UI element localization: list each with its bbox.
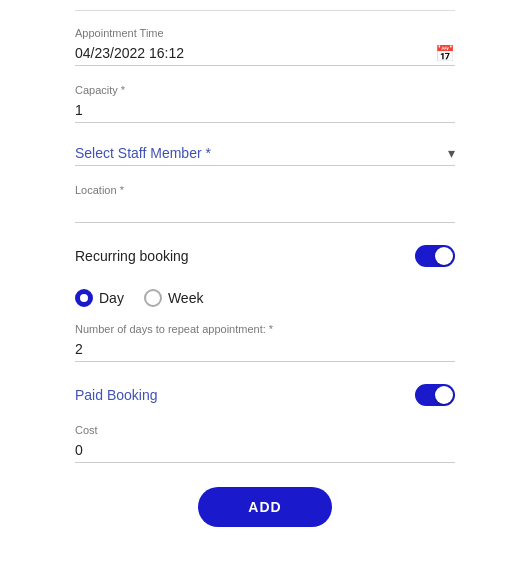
staff-member-select[interactable]: Select Staff Member *: [75, 145, 448, 161]
day-radio-circle: [75, 289, 93, 307]
calendar-icon[interactable]: 📅: [435, 44, 455, 63]
add-button[interactable]: ADD: [198, 487, 331, 527]
recurrence-radio-group: Day Week: [75, 285, 455, 311]
staff-member-select-container: Select Staff Member * ▾: [75, 141, 455, 166]
cost-input[interactable]: [75, 438, 455, 463]
day-radio-label: Day: [99, 290, 124, 306]
recurring-booking-toggle[interactable]: [415, 245, 455, 267]
form-container: Appointment Time 📅 Capacity * Select Sta…: [55, 0, 475, 568]
week-radio-option[interactable]: Week: [144, 289, 204, 307]
cost-label: Cost: [75, 424, 455, 436]
paid-booking-row: Paid Booking: [75, 380, 455, 410]
location-label: Location *: [75, 184, 455, 196]
chevron-down-icon: ▾: [448, 145, 455, 161]
appointment-time-field-wrapper: 📅: [75, 41, 455, 66]
location-input[interactable]: [75, 198, 455, 223]
top-divider: [75, 10, 455, 11]
repeat-days-group: Number of days to repeat appointment: *: [75, 323, 455, 362]
toggle-track: [415, 245, 455, 267]
recurring-booking-label: Recurring booking: [75, 248, 189, 264]
location-group: Location *: [75, 184, 455, 223]
appointment-time-label: Appointment Time: [75, 27, 455, 39]
paid-toggle-thumb: [435, 386, 453, 404]
capacity-label: Capacity *: [75, 84, 455, 96]
repeat-days-input[interactable]: [75, 337, 455, 362]
week-radio-circle: [144, 289, 162, 307]
repeat-days-label: Number of days to repeat appointment: *: [75, 323, 455, 335]
appointment-time-input[interactable]: [75, 41, 435, 65]
paid-booking-toggle[interactable]: [415, 384, 455, 406]
capacity-group: Capacity *: [75, 84, 455, 123]
appointment-time-group: Appointment Time 📅: [75, 27, 455, 66]
toggle-thumb: [435, 247, 453, 265]
cost-group: Cost: [75, 424, 455, 463]
recurring-booking-row: Recurring booking: [75, 241, 455, 271]
day-radio-option[interactable]: Day: [75, 289, 124, 307]
staff-member-group: Select Staff Member * ▾: [75, 141, 455, 166]
capacity-input[interactable]: [75, 98, 455, 123]
paid-toggle-track: [415, 384, 455, 406]
week-radio-label: Week: [168, 290, 204, 306]
paid-booking-label: Paid Booking: [75, 387, 158, 403]
